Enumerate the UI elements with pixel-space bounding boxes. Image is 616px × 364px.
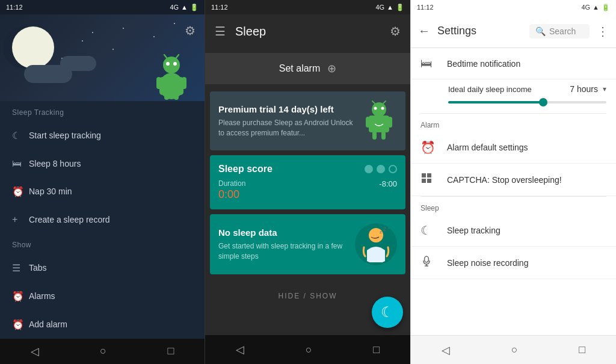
alarm-default-label: Alarm default settings	[447, 143, 528, 152]
set-alarm-bar[interactable]: Set alarm ⊕	[205, 53, 410, 84]
settings-item-bedtime[interactable]: 🛏 Bedtime notification	[411, 48, 616, 79]
svg-point-4	[173, 62, 177, 66]
svg-rect-10	[174, 89, 179, 100]
fab-moon-icon: ☾	[381, 304, 394, 321]
menu-item-nap[interactable]: ⏰ Nap 30 min	[0, 177, 205, 206]
panel-settings: 11:12 4G ▲ 🔋 ← Settings 🔍 Search ⋮ 🛏 Bed…	[410, 0, 616, 364]
moon-icon	[12, 26, 54, 69]
nav-recents-3[interactable]: □	[579, 344, 585, 356]
sleep-hours-label: Ideal daily sleep income	[448, 85, 565, 94]
sleep-score-card[interactable]: Sleep score Duration -8:00 0:00	[210, 155, 405, 209]
svg-line-5	[164, 55, 167, 58]
sleep-tracking-label: Sleep tracking	[12, 108, 192, 117]
sleep-hours-dropdown-icon[interactable]: ▾	[603, 85, 606, 93]
sleep-hours-value: 7 hours	[570, 84, 598, 94]
battery-icon-3: 🔋	[602, 4, 610, 11]
menu-item-tabs[interactable]: ☰ Tabs	[0, 254, 205, 282]
status-bar-3: 11:12 4G ▲ 🔋	[411, 0, 616, 14]
nav-bar-2: ◁ ○ □	[205, 335, 410, 364]
nav-home-3[interactable]: ○	[511, 344, 518, 356]
nav-recents-2[interactable]: □	[373, 344, 380, 356]
menu-item-add-alarm[interactable]: ⏰ Add alarm	[0, 310, 205, 339]
sleep-section-label: Sleep	[411, 197, 616, 215]
menu-label-sleep-8h: Sleep 8 hours	[29, 159, 81, 168]
svg-text:z: z	[383, 226, 386, 232]
slider-fill	[448, 101, 543, 103]
settings-item-alarm-default[interactable]: ⏰ Alarm default settings	[411, 132, 616, 164]
menu-item-alarms[interactable]: ⏰ Alarms	[0, 282, 205, 310]
menu-item-sleep-8h[interactable]: 🛏 Sleep 8 hours	[0, 150, 205, 177]
status-bar-1: 11:12 4G ▲ 🔋	[0, 0, 205, 14]
status-time-3: 11:12	[417, 4, 434, 11]
svg-line-15	[383, 101, 386, 103]
score-dot-3	[389, 165, 397, 173]
p2-gear-icon[interactable]: ⚙	[390, 24, 401, 39]
captcha-icon	[420, 172, 437, 187]
no-sleep-desc: Get started with sleep tracking in a few…	[218, 241, 349, 262]
svg-rect-16	[369, 116, 389, 132]
panel-sleep-main: 11:12 4G ▲ 🔋 ☰ Sleep ⚙ Set alarm ⊕ Premi…	[205, 0, 410, 364]
back-icon-p3[interactable]: ←	[416, 22, 433, 40]
premium-card[interactable]: Premium trial 14 day(s) left Please purc…	[210, 91, 405, 150]
sleep-hours-row: Ideal daily sleep income 7 hours ▾	[448, 84, 606, 94]
sleep-tracking-label-p3: Sleep tracking	[447, 226, 500, 235]
svg-text:z: z	[380, 229, 382, 235]
alarm-menu-icon-alarms: ⏰	[12, 291, 29, 302]
svg-rect-17	[366, 117, 370, 128]
settings-item-sleep-tracking[interactable]: ☾ Sleep tracking	[411, 215, 616, 247]
microphone-icon-noise	[420, 255, 437, 270]
svg-rect-20	[381, 131, 386, 140]
duration-value: 0:00	[218, 188, 397, 201]
p2-title: Sleep	[235, 25, 380, 39]
battery-icon-1: 🔋	[190, 4, 199, 11]
menu-label-tabs: Tabs	[29, 263, 47, 273]
premium-desc: Please purchase Sleep as Android Unlock …	[218, 118, 355, 138]
status-bar-2: 11:12 4G ▲ 🔋	[205, 0, 410, 14]
slider-thumb[interactable]	[539, 98, 547, 106]
premium-card-text: Premium trial 14 day(s) left Please purc…	[218, 104, 355, 138]
menu-item-create-record[interactable]: + Create a sleep record	[0, 206, 205, 233]
panel-sleep-menu: 11:12 4G ▲ 🔋	[0, 0, 205, 364]
duration-row: Duration -8:00	[218, 179, 397, 188]
menu-label-create-record: Create a sleep record	[29, 215, 110, 224]
sleep-hours-section: Ideal daily sleep income 7 hours ▾	[411, 79, 616, 113]
svg-point-12	[374, 107, 377, 110]
svg-line-6	[176, 55, 179, 58]
more-icon-p3[interactable]: ⋮	[594, 22, 611, 41]
search-bar[interactable]: 🔍 Search	[529, 24, 590, 39]
nav-bar-1: ◁ ○ □	[0, 339, 205, 364]
alarm-menu-icon-nap: ⏰	[12, 186, 29, 197]
fab-button[interactable]: ☾	[372, 297, 403, 328]
sleep-tracking-section: Sleep tracking	[0, 101, 205, 122]
settings-item-captcha[interactable]: CAPTCHA: Stop oversleeping!	[411, 164, 616, 196]
menu-item-start-sleep[interactable]: ☾ Start sleep tracking	[0, 122, 205, 150]
settings-item-noise-recording[interactable]: Sleep noise recording	[411, 247, 616, 279]
captcha-label: CAPTCHA: Stop oversleeping!	[447, 175, 562, 185]
sleep-hours-slider[interactable]	[448, 101, 606, 103]
nav-home-2[interactable]: ○	[306, 344, 312, 356]
svg-rect-26	[427, 173, 431, 177]
svg-point-13	[381, 107, 384, 110]
android-droid-premium	[361, 100, 397, 142]
menu-label-alarms: Alarms	[29, 291, 55, 301]
svg-rect-27	[422, 179, 426, 183]
nav-back-2[interactable]: ◁	[236, 343, 244, 356]
nav-home-1[interactable]: ○	[100, 345, 106, 357]
hamburger-icon[interactable]: ☰	[215, 24, 226, 39]
nav-recents-1[interactable]: □	[167, 345, 174, 357]
search-text: Search	[549, 26, 576, 36]
svg-point-29	[425, 256, 429, 262]
score-dots	[365, 165, 397, 173]
no-sleep-card[interactable]: No sleep data Get started with sleep tra…	[210, 214, 405, 274]
gear-icon-panel1[interactable]: ⚙	[185, 23, 196, 38]
no-sleep-text: No sleep data Get started with sleep tra…	[218, 227, 349, 262]
nav-back-3[interactable]: ◁	[442, 344, 450, 357]
moon-menu-icon: ☾	[12, 130, 29, 141]
status-network-3: 4G	[581, 4, 590, 11]
svg-point-2	[163, 57, 180, 73]
nav-back-1[interactable]: ◁	[31, 345, 39, 358]
premium-title: Premium trial 14 day(s) left	[218, 104, 355, 114]
nav-bar-3: ◁ ○ □	[411, 335, 616, 364]
bed-menu-icon: 🛏	[12, 158, 29, 169]
alarm-icon-default: ⏰	[420, 140, 437, 155]
